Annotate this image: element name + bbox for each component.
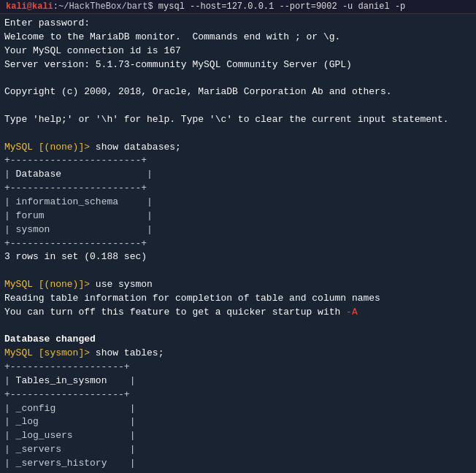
turnoff-line: You can turn off this feature to get a q… [4,306,472,320]
table2-border-mid: +--------------------+ [4,388,472,402]
db-row-info-schema: | information_schema | [4,196,472,209]
conn-id-line: Your MySQL connection id is 167 [4,45,472,58]
table-header-db: | Database | [4,168,472,182]
terminal-window: kali@kali:~/HackTheBox/bart$ mysql --hos… [0,0,476,473]
table-row-config: | _config | [4,402,472,416]
blank-4 [4,264,472,278]
table2-header: | Tables_in_sysmon | [4,374,472,388]
welcome-line: Welcome to the MariaDB monitor. Commands… [4,31,472,45]
table-row-log-users: | _log_users | [4,429,472,443]
enter-password-line: Enter password: [4,17,472,31]
table-row-servers-history: | _servers_history | [4,457,472,471]
copyright-line: Copyright (c) 2000, 2018, Oracle, MariaD… [4,85,472,99]
table-border-top: +-----------------------+ [4,154,472,168]
reading-line: Reading table information for completion… [4,292,472,306]
blank-2 [4,99,472,113]
rows-1-line: 3 rows in set (0.188 sec) [4,250,472,264]
title-bar: kali@kali:~/HackTheBox/bart$ mysql --hos… [0,0,476,14]
title-command: mysql --host=127.0.0.1 --port=9002 -u da… [153,1,406,12]
show-databases-prompt: MySQL [(none)]> show databases; [4,141,472,155]
table2-border-top: +--------------------+ [4,361,472,374]
table-row-log: | _log | [4,415,472,429]
terminal-content[interactable]: Enter password: Welcome to the MariaDB m… [0,14,476,473]
db-changed-line: Database changed [4,333,472,347]
db-row-forum: | forum | [4,209,472,223]
help-hint-line: Type 'help;' or '\h' for help. Type '\c'… [4,113,472,127]
blank-1 [4,72,472,85]
db-row-sysmon: | sysmon | [4,223,472,237]
table-border-mid: +-----------------------+ [4,182,472,196]
use-sysmon-prompt: MySQL [(none)]> use sysmon [4,278,472,292]
table-row-servers: | _servers | [4,443,472,457]
server-ver-line: Server version: 5.1.73-community MySQL C… [4,58,472,72]
table-border-bot: +-----------------------+ [4,237,472,251]
title-user: kali@kali [6,1,53,12]
title-path: :~/HackTheBox/bart$ [53,1,153,12]
show-tables-prompt: MySQL [sysmon]> show tables; [4,347,472,361]
blank-3 [4,127,472,141]
blank-5 [4,320,472,334]
